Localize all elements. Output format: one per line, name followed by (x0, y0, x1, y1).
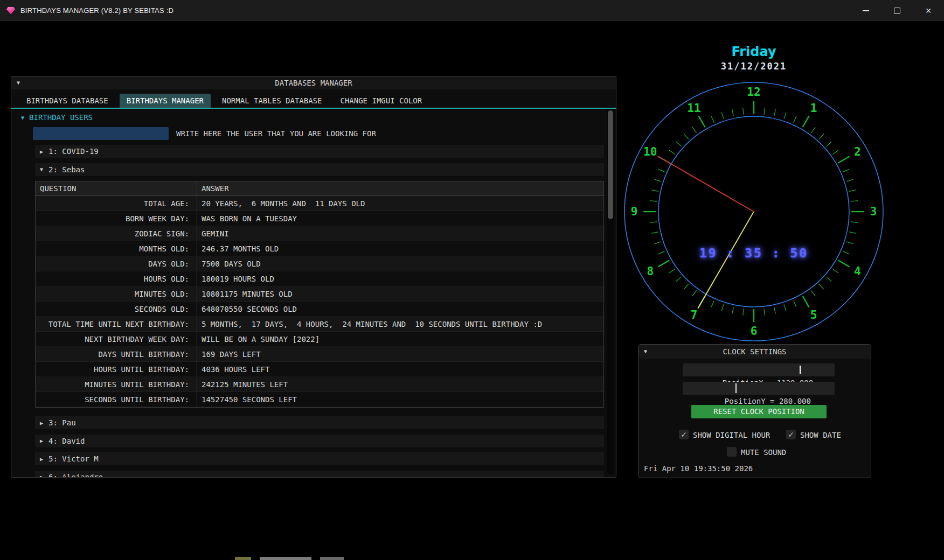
user-label: 3: Pau (48, 418, 76, 427)
clock-tick (846, 179, 853, 181)
question-cell: TOTAL AGE: (36, 196, 197, 211)
table-header: ANSWER (197, 181, 603, 195)
clock-tick (650, 222, 657, 222)
section-title: BIRTHDAY USERS (29, 113, 93, 122)
titlebar: BIRTHDAYS MANAGER (V8.2) BY SEBITAS :D ✕ (0, 0, 944, 22)
answer-cell: 246.37 MONTHS OLD (197, 241, 603, 256)
table-row: MONTHS OLD:246.37 MONTHS OLD (36, 241, 603, 256)
answer-cell: 7500 DAYS OLD (197, 256, 603, 271)
answer-cell: 10801175 MINUTES OLD (197, 286, 603, 302)
question-cell: HOURS UNTIL BIRTHDAY: (36, 362, 197, 377)
clipped-pixels (320, 557, 344, 560)
clock-day: Friday (700, 44, 808, 59)
tab-change-imgui-color[interactable]: CHANGE IMGUI COLOR (333, 94, 429, 108)
minimize-button[interactable] (850, 0, 881, 22)
search-hint-label: WRITE HERE THE USER THAT YOU ARE LOOKING… (176, 129, 376, 138)
question-cell: DAYS UNTIL BIRTHDAY: (36, 347, 197, 362)
clock-number: 12 (747, 86, 760, 99)
question-cell: MINUTES OLD: (36, 286, 197, 302)
panel-title: DATABASES MANAGER (275, 79, 352, 87)
clock-tick (692, 290, 697, 296)
clock-tick (699, 116, 705, 127)
clock-tick (849, 232, 856, 234)
table-row: HOURS OLD:180019 HOURS OLD (36, 271, 603, 286)
tab-birthdays-database[interactable]: BIRTHDAYS DATABASE (19, 94, 115, 108)
question-cell: DAYS OLD: (36, 256, 197, 271)
clock-tick (774, 307, 776, 314)
show-digital-hour-label: SHOW DIGITAL HOUR (693, 431, 770, 439)
clock-number: 9 (631, 205, 638, 218)
clock-tick (838, 261, 850, 267)
clock-tick (811, 127, 815, 133)
collapse-window-icon[interactable]: ▼ (17, 76, 20, 89)
tab-normal-tables-database[interactable]: NORMAL TABLES DATABASE (215, 94, 329, 108)
show-digital-hour-checkbox[interactable]: ✓ (679, 430, 689, 439)
user-row-4-david[interactable]: ▶4: David (35, 435, 604, 447)
question-cell: TOTAL TIME UNTIL NEXT BIRTHDAY: (36, 317, 197, 332)
scrollbar-thumb[interactable] (608, 110, 613, 219)
clock-number: 10 (643, 145, 657, 158)
answer-cell: 5 MONTHS, 17 DAYS, 4 HOURS, 24 MINUTES A… (197, 317, 603, 332)
maximize-icon (894, 8, 900, 14)
user-list: ▶1: COVID-19▼2: SebasQUESTIONANSWERTOTAL… (35, 145, 604, 478)
clock-tick (827, 142, 832, 146)
clock-tick (655, 179, 661, 181)
clock-number: 3 (870, 205, 877, 218)
clock-number: 8 (647, 265, 654, 278)
table-header: QUESTION (36, 181, 197, 195)
clock-date: 31/12/2021 (700, 61, 808, 72)
user-row-5-victor-m[interactable]: ▶5: Victor M (35, 452, 604, 465)
settings-header: ▼ CLOCK SETTINGS (638, 345, 871, 359)
clock-tick (849, 190, 856, 192)
collapse-settings-icon[interactable]: ▼ (644, 345, 647, 359)
clipped-pixels (235, 557, 251, 560)
clock-number: 2 (854, 145, 861, 158)
position-y-field[interactable]: PositionY = 280.000 (683, 382, 835, 395)
clock-tick (803, 296, 809, 307)
question-cell: MONTHS OLD: (36, 241, 197, 256)
show-date-label: SHOW DATE (800, 431, 841, 439)
user-row-1-covid-19[interactable]: ▶1: COVID-19 (35, 145, 604, 158)
user-row-3-pau[interactable]: ▶3: Pau (35, 416, 604, 429)
clock-tick (784, 304, 786, 311)
answer-cell: 4036 HOURS LEFT (197, 362, 603, 377)
maximize-button[interactable] (881, 0, 913, 22)
scrollbar[interactable] (607, 109, 614, 474)
clock-tick (658, 261, 669, 267)
clock-tick (774, 109, 776, 116)
table-row: DAYS OLD:7500 DAYS OLD (36, 256, 603, 271)
app-gem-icon (6, 7, 15, 15)
clock-tick (651, 232, 658, 234)
tab-underline (11, 108, 616, 109)
show-date-checkbox[interactable]: ✓ (786, 430, 796, 439)
clock-tick (794, 116, 796, 123)
mute-sound-checkbox[interactable]: ✓ (727, 447, 737, 457)
user-row-6-alejandro[interactable]: ▶6: Alejandro (35, 471, 604, 478)
table-row: BORN WEEK DAY:WAS BORN ON A TUESDAY (36, 211, 603, 226)
panel-header: ▼ DATABASES MANAGER (11, 76, 616, 89)
close-button[interactable]: ✕ (913, 0, 944, 22)
clock-tick (764, 108, 765, 115)
answer-cell: GEMINI (197, 226, 603, 241)
answer-cell: WILL BE ON A SUNDAY [2022] (197, 332, 603, 347)
position-x-field[interactable]: PositionX = 1120.000 (683, 363, 835, 376)
user-row-2-sebas[interactable]: ▼2: Sebas (35, 163, 604, 176)
birthday-users-header[interactable]: ▼ BIRTHDAY USERS (21, 112, 93, 123)
clock-tick (650, 201, 657, 201)
chevron-down-icon: ▼ (21, 115, 24, 121)
clock-tick (658, 169, 665, 172)
position-y-value: PositionY = 280.000 (725, 397, 811, 405)
table-row: NEXT BIRTHDAY WEEK DAY:WILL BE ON A SUND… (36, 332, 603, 347)
analog-clock: 121234567891011 (619, 77, 889, 346)
question-cell: SECONDS UNTIL BIRTHDAY: (36, 392, 197, 407)
chevron-right-icon: ▶ (40, 420, 43, 426)
answer-cell: 648070550 SECONDS OLD (197, 302, 603, 317)
clock-settings-window: ▼ CLOCK SETTINGS PositionX = 1120.000 Po… (638, 344, 871, 478)
answer-cell: 14527450 SECONDS LEFT (197, 392, 603, 407)
chevron-right-icon: ▶ (40, 149, 43, 155)
text-caret (800, 366, 801, 374)
reset-clock-position-button[interactable]: RESET CLOCK POSITION (691, 405, 827, 418)
search-input[interactable] (33, 127, 169, 140)
tab-birthdays-manager[interactable]: BIRTHDAYS MANAGER (120, 94, 211, 108)
question-cell: HOURS OLD: (36, 271, 197, 286)
